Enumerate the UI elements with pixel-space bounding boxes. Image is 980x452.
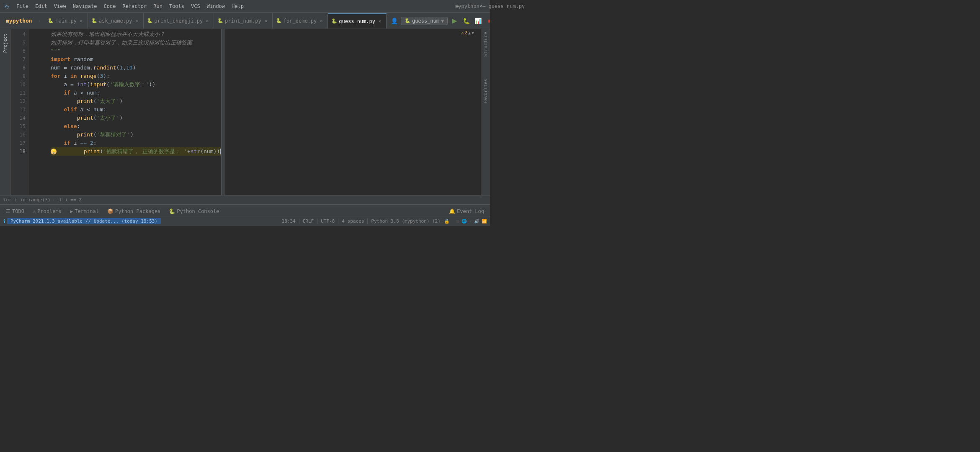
menu-help[interactable]: Help [229,3,247,10]
statusbar-sep3 [338,218,338,224]
project-name[interactable]: mypython [3,18,35,24]
code-line-15: else: [51,122,221,131]
tab-close-icon[interactable]: ✕ [318,18,324,24]
event-log-icon: 🔔 [449,208,455,214]
tab-print-chengji-py[interactable]: 🐍 print_chengji.py ✕ [144,13,214,28]
line-num-13: 13 [10,105,26,114]
tab-todo[interactable]: ☰ TODO [2,206,28,216]
project-panel-tab[interactable]: Project [2,31,9,55]
info-icon: ℹ [3,218,5,224]
left-panel: Project [0,29,10,195]
py-file-icon: 🐍 [147,18,153,23]
tab-close-icon[interactable]: ✕ [78,18,84,24]
terminal-label: Terminal [75,208,99,214]
warning-nav-down[interactable]: ▼ [472,31,474,35]
menu-bar: File Edit View Navigate Code Refactor Ru… [13,3,451,10]
statusbar-sep2 [317,218,317,224]
editor[interactable]: ⚠ 2 ▲ ▼ 4 5 6 7 8 9 10 11 12 13 14 15 16… [10,29,481,195]
tab-for-demo-py[interactable]: 🐍 for_demo.py ✕ [273,13,328,28]
user-icon[interactable]: 👤 [389,16,399,26]
menu-refactor[interactable]: Refactor [119,3,150,10]
file-tab-bar: 🐍 main.py ✕ 🐍 ask_name.py ✕ 🐍 print_chen… [44,13,387,29]
python-console-icon: 🐍 [169,208,175,214]
run-config-selector[interactable]: 🐍 guess_num ▼ [401,17,448,25]
tab-ask-name-py[interactable]: 🐍 ask_name.py ✕ [88,13,143,28]
tab-guess-num-py[interactable]: 🐍 guess_num.py ✕ [328,13,387,28]
code-line-13: elif a < num: [51,105,221,114]
event-log-label: Event Log [457,208,484,214]
code-line-9: for i in range(3): [51,72,221,80]
statusbar-python[interactable]: Python 3.8 (mypython) (2) [371,218,441,224]
tab-terminal[interactable]: ▶ Terminal [66,206,103,216]
problems-icon: ⚠ [33,208,36,214]
statusbar: ℹ PyCharm 2021.1.3 available // Update..… [0,216,490,226]
main-area: Project ⚠ 2 ▲ ▼ 4 5 6 7 8 9 10 11 12 13 … [0,29,490,195]
taskbar-area: ⊞ 🌐 ⚡ 🔊 📶 [456,219,487,223]
statusbar-encoding[interactable]: UTF-8 [321,218,335,224]
statusbar-indent[interactable]: 4 spaces [342,218,364,224]
titlebar: Py File Edit View Navigate Code Refactor… [0,0,490,13]
py-file-icon: 🐍 [217,18,223,23]
warning-count[interactable]: ⚠ 2 ▲ ▼ [461,30,474,36]
line-num-14: 14 [10,114,26,122]
coverage-button[interactable]: 📊 [473,16,483,26]
run-config-chevron-icon: ▼ [441,18,444,24]
todo-icon: ☰ [6,208,10,214]
toolbar-right: 👤 🐍 guess_num ▼ ▶ 🐛 📊 ■ 🔍 ⚡ [389,16,490,26]
menu-vcs[interactable]: VCS [188,3,203,10]
tab-event-log[interactable]: 🔔 Event Log [445,206,488,216]
stop-button[interactable]: ■ [485,16,490,26]
line-num-15: 15 [10,122,26,131]
statusbar-right: 18:34 CRLF UTF-8 4 spaces Python 3.8 (my… [282,218,487,224]
code-line-10: a = int(input('请输入数字：')) [51,80,221,89]
statusbar-line-ending[interactable]: CRLF [303,218,314,224]
warning-nav-up[interactable]: ▲ [468,31,471,35]
line-num-10: 10 [10,80,26,89]
menu-view[interactable]: View [51,3,69,10]
statusbar-time[interactable]: 18:34 [282,218,296,224]
tab-python-packages[interactable]: 📦 Python Packages [103,206,165,216]
tab-label: ask_name.py [99,18,132,24]
breadcrumb-item-1[interactable]: for i in range(3) [3,197,51,203]
line-num-5: 5 [10,39,26,47]
tab-python-console[interactable]: 🐍 Python Console [165,206,223,216]
py-file-icon: 🐍 [48,18,54,23]
line-num-16: 16 [10,131,26,139]
tab-close-icon[interactable]: ✕ [263,18,269,24]
update-banner[interactable]: PyCharm 2021.1.3 available // Update... … [7,218,161,224]
tab-problems[interactable]: ⚠ Problems [28,206,66,216]
menu-run[interactable]: Run [150,3,165,10]
menu-navigate[interactable]: Navigate [70,3,100,10]
code-line-14: print('太小了') [51,114,221,122]
breadcrumb-sep: › [52,197,55,203]
tab-close-icon[interactable]: ✕ [377,18,383,24]
favorites-panel-tab[interactable]: Favorites [482,76,489,106]
code-area[interactable]: 如果没有猜对，输出相应提示并不太大或太小？ 如果猜对，打印恭喜答对了，如果三次没… [47,29,221,195]
project-toolbar: mypython › 🐍 main.py ✕ 🐍 ask_name.py ✕ 🐍… [0,13,490,29]
py-file-icon: 🐍 [91,18,97,23]
breadcrumb-item-2[interactable]: if i == 2 [57,197,82,203]
tab-close-icon[interactable]: ✕ [134,18,140,24]
bottom-tabs-right: 🔔 Event Log [445,206,488,216]
todo-label: TODO [12,208,24,214]
right-scrollbar[interactable] [221,29,225,195]
update-text: PyCharm 2021.1.3 available // Update... … [10,218,157,224]
menu-edit[interactable]: Edit [32,3,50,10]
menu-code[interactable]: Code [101,3,119,10]
window-title: mypython – guess_num.py [455,3,490,9]
menu-file[interactable]: File [13,3,31,10]
debug-button[interactable]: 🐛 [461,16,471,26]
tab-print-num-py[interactable]: 🐍 print_num.py ✕ [214,13,273,28]
code-line-12: print('太大了') [51,97,221,105]
menu-window[interactable]: Window [204,3,228,10]
run-button[interactable]: ▶ [449,16,459,26]
code-line-16: print('恭喜猜对了') [51,131,221,139]
menu-tools[interactable]: Tools [166,3,187,10]
line-num-7: 7 [10,55,26,64]
app-icon: Py [3,3,10,10]
line-numbers: 4 5 6 7 8 9 10 11 12 13 14 15 16 17 18 [10,29,29,195]
tab-close-icon[interactable]: ✕ [204,18,210,24]
code-line-5: 如果猜对，打印恭喜答对了，如果三次没猜对给出正确答案 [51,39,221,47]
structure-panel-tab[interactable]: Structure [482,29,489,59]
tab-main-py[interactable]: 🐍 main.py ✕ [44,13,88,28]
